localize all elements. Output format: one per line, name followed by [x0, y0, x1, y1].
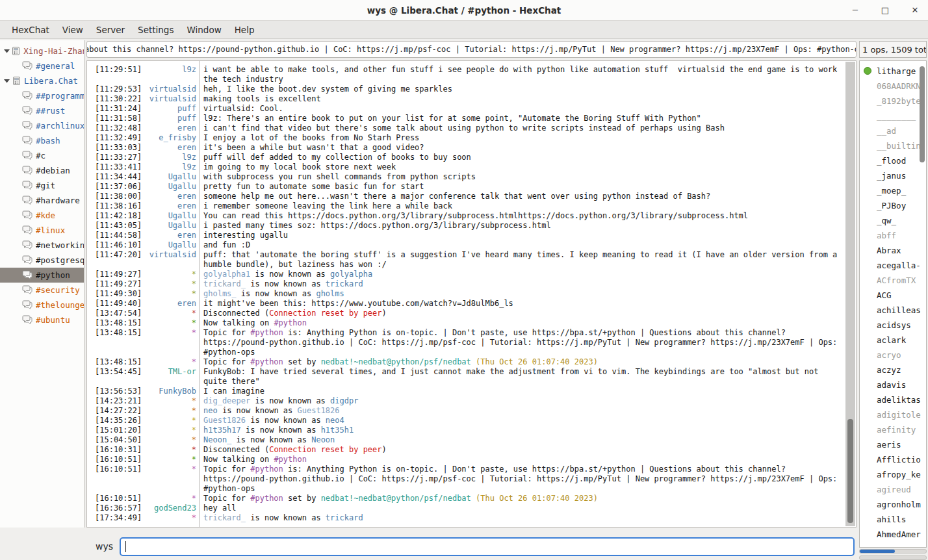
- user-list-item[interactable]: aeris: [860, 437, 926, 452]
- user-list-item[interactable]: _qw_: [860, 213, 926, 228]
- user-list-item[interactable]: __ad: [860, 123, 926, 138]
- nick: *: [144, 445, 196, 455]
- timestamp: [11:34:44]: [95, 172, 144, 182]
- chat-line: [13:48:15]*Topic for #python is: Anythin…: [95, 328, 843, 357]
- tree-item-rust[interactable]: ##rust: [0, 103, 84, 118]
- tree-item-thelounge[interactable]: #thelounge: [0, 298, 84, 312]
- tree-item-label: #networking: [36, 240, 84, 250]
- timestamp: [17:34:49]: [95, 513, 144, 523]
- tree-item-label: #c: [36, 151, 45, 160]
- message-text: You can read this https://docs.python.or…: [203, 211, 843, 221]
- minimize-button[interactable]: ─: [850, 5, 860, 15]
- user-list-item[interactable]: 068AADRKN: [860, 79, 926, 94]
- message-text: i pasted many times soz: https://docs.py…: [203, 221, 843, 231]
- tree-item-c[interactable]: #c: [0, 148, 84, 163]
- close-button[interactable]: ✕: [910, 5, 920, 15]
- user-list-item[interactable]: _janus: [860, 168, 926, 183]
- menu-item-server[interactable]: Server: [90, 22, 131, 38]
- user-list-item[interactable]: agireud: [860, 482, 926, 497]
- chat-panel: [11:29:51]l9zi want be able to make tool…: [86, 60, 857, 528]
- tree-item-git[interactable]: #git: [0, 178, 84, 193]
- maximize-button[interactable]: □: [880, 5, 890, 15]
- message-text: Disconnected (Connection reset by peer): [203, 445, 843, 455]
- user-list-item[interactable]: litharge: [860, 64, 926, 79]
- user-list-item[interactable]: agronholm: [860, 497, 926, 512]
- timestamp: [13:56:53]: [95, 387, 144, 396]
- chat-line: [17:34:49]*trickard_ is now known as tri…: [95, 513, 843, 523]
- tree-item-linux[interactable]: #linux: [0, 223, 84, 238]
- menu-item-view[interactable]: View: [56, 22, 90, 38]
- topic-bar[interactable]: about this channel? https://pound-python…: [86, 41, 857, 58]
- message-input[interactable]: [120, 537, 855, 556]
- timestamp: [11:38:16]: [95, 201, 144, 211]
- user-name: _8192byte: [877, 96, 921, 106]
- user-list-item[interactable]: ________: [860, 108, 926, 123]
- tree-item-archlinux[interactable]: #archlinux: [0, 118, 84, 133]
- user-list-item[interactable]: aefinity: [860, 422, 926, 437]
- tree-item-postgresql[interactable]: #postgresql: [0, 253, 84, 268]
- user-list-item[interactable]: Afflictio: [860, 452, 926, 467]
- user-list-item[interactable]: acryo: [860, 348, 926, 363]
- tree-item-hardware[interactable]: #hardware: [0, 193, 84, 208]
- tree-item-libera-chat[interactable]: Libera.Chat: [0, 73, 84, 88]
- tree-item-bash[interactable]: #bash: [0, 133, 84, 148]
- timestamp: [16:36:57]: [95, 503, 144, 513]
- expander-icon[interactable]: [3, 78, 12, 84]
- user-list-item[interactable]: aclark: [860, 333, 926, 348]
- tree-item-kde[interactable]: #kde: [0, 208, 84, 223]
- user-list-item[interactable]: abff: [860, 228, 926, 243]
- chat-line: [16:10:51]*Topic for #python is: Anythin…: [95, 465, 843, 494]
- timestamp: [11:49:30]: [95, 289, 144, 299]
- user-list-item[interactable]: _flood: [860, 153, 926, 168]
- tree-item-python[interactable]: #python: [0, 268, 84, 283]
- user-list-item[interactable]: ahills: [860, 512, 926, 527]
- user-list-item[interactable]: afropy_ke: [860, 467, 926, 482]
- timestamp: [11:37:06]: [95, 182, 144, 192]
- tree-item-xing-hai-zhan[interactable]: Xing-Hai-Zhan: [0, 44, 84, 58]
- channel-icon: [22, 270, 33, 280]
- user-list-item[interactable]: _PJBoy: [860, 198, 926, 213]
- menu-item-hexchat[interactable]: HexChat: [5, 22, 56, 38]
- user-list-item[interactable]: AhmedAmer: [860, 527, 926, 542]
- user-list-item[interactable]: _8192byte: [860, 94, 926, 108]
- user-name: litharge: [877, 66, 916, 76]
- user-list-item[interactable]: acegalla-: [860, 258, 926, 273]
- tree-item-networking[interactable]: #networking: [0, 238, 84, 253]
- timestamp: [11:29:51]: [95, 65, 144, 75]
- chat-line: [11:43:05]Ugallui pasted many times soz:…: [95, 221, 843, 231]
- tree-item-debian[interactable]: #debian: [0, 163, 84, 178]
- tree-item-general[interactable]: #general: [0, 58, 84, 73]
- message-text: Now talking on #python: [203, 455, 843, 465]
- chat-line: [11:44:58]ereninteresting ugallu: [95, 231, 843, 240]
- user-list-item[interactable]: acidsys: [860, 318, 926, 333]
- chat-line: [11:31:24]puffvirtualsid: Cool.: [95, 104, 843, 114]
- user-list-item[interactable]: adavis: [860, 377, 926, 392]
- nick: FunkyBob: [144, 387, 196, 396]
- chat-scrollbar-thumb[interactable]: [847, 419, 853, 523]
- tree-item-ubuntu[interactable]: #ubuntu: [0, 312, 84, 327]
- user-list-item[interactable]: adigitole: [860, 407, 926, 422]
- user-list-item[interactable]: Abrax: [860, 243, 926, 258]
- nick: *: [144, 513, 196, 523]
- expander-icon[interactable]: [3, 48, 11, 54]
- user-list-item[interactable]: ACfromTX: [860, 273, 926, 288]
- nick: eren: [144, 143, 196, 153]
- user-list-item[interactable]: ACG: [860, 288, 926, 303]
- nick: Ugallu: [144, 172, 196, 182]
- user-name: adavis: [877, 380, 906, 390]
- user-list-item[interactable]: achilleas: [860, 303, 926, 318]
- user-name: acryo: [877, 350, 901, 360]
- user-list-item[interactable]: adeliktas: [860, 392, 926, 407]
- chat-line: [11:37:06]Ugallupretty fun to automate s…: [95, 182, 843, 192]
- user-list-item[interactable]: aczyz: [860, 363, 926, 377]
- user-list-item[interactable]: _moep_: [860, 183, 926, 198]
- user-name: aczyz: [877, 365, 901, 375]
- op-status-icon: [864, 67, 871, 75]
- tree-item-programming[interactable]: ##programming: [0, 88, 84, 103]
- user-list-item[interactable]: __builtin: [860, 138, 926, 153]
- tree-item-security[interactable]: #security: [0, 283, 84, 298]
- menu-item-window[interactable]: Window: [180, 22, 227, 38]
- chat-scrollbar[interactable]: [845, 62, 855, 526]
- menu-item-help[interactable]: Help: [228, 22, 261, 38]
- menu-item-settings[interactable]: Settings: [131, 22, 180, 38]
